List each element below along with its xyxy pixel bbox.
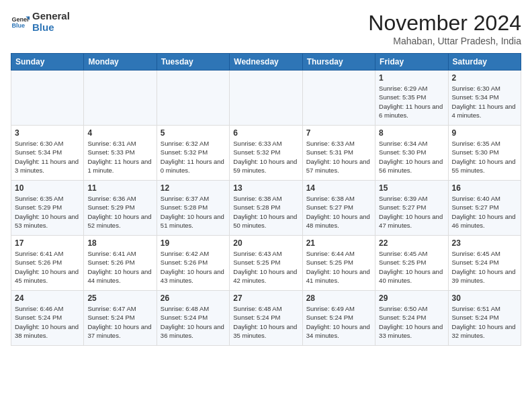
calendar-week-4: 24Sunrise: 6:46 AM Sunset: 5:24 PM Dayli…: [11, 291, 521, 346]
day-number: 14: [306, 183, 371, 193]
calendar-cell: 1Sunrise: 6:29 AM Sunset: 5:35 PM Daylig…: [375, 71, 448, 126]
day-number: 20: [233, 238, 298, 248]
calendar-cell: 21Sunrise: 6:44 AM Sunset: 5:25 PM Dayli…: [302, 236, 375, 291]
day-number: 17: [15, 238, 80, 248]
day-number: 25: [87, 293, 152, 303]
logo-icon: General Blue: [11, 13, 30, 32]
day-number: 8: [379, 128, 444, 138]
calendar-header-thursday: Thursday: [302, 54, 375, 71]
day-number: 12: [161, 183, 226, 193]
day-info: Sunrise: 6:41 AM Sunset: 5:26 PM Dayligh…: [87, 249, 152, 285]
day-info: Sunrise: 6:49 AM Sunset: 5:24 PM Dayligh…: [306, 304, 371, 340]
calendar-header-wednesday: Wednesday: [230, 54, 302, 71]
calendar-week-0: 1Sunrise: 6:29 AM Sunset: 5:35 PM Daylig…: [11, 71, 521, 126]
calendar-cell: 25Sunrise: 6:47 AM Sunset: 5:24 PM Dayli…: [84, 291, 157, 346]
calendar-header-tuesday: Tuesday: [157, 54, 229, 71]
calendar-cell: 9Sunrise: 6:35 AM Sunset: 5:30 PM Daylig…: [448, 126, 521, 181]
month-title: November 2024: [368, 11, 521, 36]
location-subtitle: Mahaban, Uttar Pradesh, India: [368, 36, 521, 46]
day-info: Sunrise: 6:32 AM Sunset: 5:32 PM Dayligh…: [161, 139, 226, 175]
day-number: 13: [233, 183, 298, 193]
day-info: Sunrise: 6:48 AM Sunset: 5:24 PM Dayligh…: [233, 304, 298, 340]
calendar-cell: 6Sunrise: 6:33 AM Sunset: 5:32 PM Daylig…: [230, 126, 302, 181]
calendar-cell: 19Sunrise: 6:42 AM Sunset: 5:26 PM Dayli…: [157, 236, 229, 291]
calendar-cell: 3Sunrise: 6:30 AM Sunset: 5:34 PM Daylig…: [11, 126, 84, 181]
calendar-cell: 4Sunrise: 6:31 AM Sunset: 5:33 PM Daylig…: [84, 126, 157, 181]
calendar-cell: 18Sunrise: 6:41 AM Sunset: 5:26 PM Dayli…: [84, 236, 157, 291]
logo-line2: Blue: [32, 22, 70, 34]
calendar-cell: [230, 71, 302, 126]
calendar-cell: 24Sunrise: 6:46 AM Sunset: 5:24 PM Dayli…: [11, 291, 84, 346]
day-info: Sunrise: 6:45 AM Sunset: 5:24 PM Dayligh…: [452, 249, 517, 285]
day-number: 19: [161, 238, 226, 248]
day-info: Sunrise: 6:29 AM Sunset: 5:35 PM Dayligh…: [379, 84, 444, 120]
day-number: 18: [87, 238, 152, 248]
day-info: Sunrise: 6:46 AM Sunset: 5:24 PM Dayligh…: [15, 304, 80, 340]
day-number: 16: [452, 183, 517, 193]
logo-line1: General: [32, 11, 70, 22]
calendar-cell: [84, 71, 157, 126]
day-number: 23: [452, 238, 517, 248]
calendar-header-saturday: Saturday: [448, 54, 521, 71]
calendar-cell: 17Sunrise: 6:41 AM Sunset: 5:26 PM Dayli…: [11, 236, 84, 291]
day-number: 30: [452, 293, 517, 303]
day-info: Sunrise: 6:43 AM Sunset: 5:25 PM Dayligh…: [233, 249, 298, 285]
day-info: Sunrise: 6:48 AM Sunset: 5:24 PM Dayligh…: [161, 304, 226, 340]
calendar-cell: 12Sunrise: 6:37 AM Sunset: 5:28 PM Dayli…: [157, 181, 229, 236]
day-info: Sunrise: 6:35 AM Sunset: 5:30 PM Dayligh…: [452, 139, 517, 175]
day-number: 1: [379, 73, 444, 83]
calendar-cell: [302, 71, 375, 126]
calendar-cell: 30Sunrise: 6:51 AM Sunset: 5:24 PM Dayli…: [448, 291, 521, 346]
day-number: 7: [306, 128, 371, 138]
calendar-cell: 5Sunrise: 6:32 AM Sunset: 5:32 PM Daylig…: [157, 126, 229, 181]
day-info: Sunrise: 6:37 AM Sunset: 5:28 PM Dayligh…: [161, 194, 226, 230]
calendar-cell: 20Sunrise: 6:43 AM Sunset: 5:25 PM Dayli…: [230, 236, 302, 291]
day-number: 27: [233, 293, 298, 303]
day-info: Sunrise: 6:33 AM Sunset: 5:31 PM Dayligh…: [306, 139, 371, 175]
logo: General Blue General Blue: [11, 11, 70, 33]
day-info: Sunrise: 6:45 AM Sunset: 5:25 PM Dayligh…: [379, 249, 444, 285]
day-info: Sunrise: 6:30 AM Sunset: 5:34 PM Dayligh…: [15, 139, 80, 175]
calendar-cell: [157, 71, 229, 126]
calendar-cell: 15Sunrise: 6:39 AM Sunset: 5:27 PM Dayli…: [375, 181, 448, 236]
calendar-week-2: 10Sunrise: 6:35 AM Sunset: 5:29 PM Dayli…: [11, 181, 521, 236]
day-number: 5: [161, 128, 226, 138]
day-info: Sunrise: 6:33 AM Sunset: 5:32 PM Dayligh…: [233, 139, 298, 175]
day-info: Sunrise: 6:34 AM Sunset: 5:30 PM Dayligh…: [379, 139, 444, 175]
calendar-week-3: 17Sunrise: 6:41 AM Sunset: 5:26 PM Dayli…: [11, 236, 521, 291]
calendar-cell: 8Sunrise: 6:34 AM Sunset: 5:30 PM Daylig…: [375, 126, 448, 181]
day-info: Sunrise: 6:38 AM Sunset: 5:28 PM Dayligh…: [233, 194, 298, 230]
calendar-cell: 29Sunrise: 6:50 AM Sunset: 5:24 PM Dayli…: [375, 291, 448, 346]
day-number: 9: [452, 128, 517, 138]
day-number: 21: [306, 238, 371, 248]
day-info: Sunrise: 6:30 AM Sunset: 5:34 PM Dayligh…: [452, 84, 517, 120]
day-info: Sunrise: 6:42 AM Sunset: 5:26 PM Dayligh…: [161, 249, 226, 285]
day-number: 6: [233, 128, 298, 138]
calendar-cell: 11Sunrise: 6:36 AM Sunset: 5:29 PM Dayli…: [84, 181, 157, 236]
calendar-cell: 16Sunrise: 6:40 AM Sunset: 5:27 PM Dayli…: [448, 181, 521, 236]
calendar-cell: 22Sunrise: 6:45 AM Sunset: 5:25 PM Dayli…: [375, 236, 448, 291]
day-info: Sunrise: 6:40 AM Sunset: 5:27 PM Dayligh…: [452, 194, 517, 230]
day-number: 29: [379, 293, 444, 303]
day-number: 28: [306, 293, 371, 303]
day-number: 3: [15, 128, 80, 138]
day-number: 22: [379, 238, 444, 248]
day-info: Sunrise: 6:36 AM Sunset: 5:29 PM Dayligh…: [87, 194, 152, 230]
page-header: General Blue General Blue November 2024 …: [11, 11, 521, 46]
calendar-header-friday: Friday: [375, 54, 448, 71]
day-info: Sunrise: 6:51 AM Sunset: 5:24 PM Dayligh…: [452, 304, 517, 340]
calendar-cell: 23Sunrise: 6:45 AM Sunset: 5:24 PM Dayli…: [448, 236, 521, 291]
day-info: Sunrise: 6:44 AM Sunset: 5:25 PM Dayligh…: [306, 249, 371, 285]
calendar-header-sunday: Sunday: [11, 54, 84, 71]
calendar-cell: 10Sunrise: 6:35 AM Sunset: 5:29 PM Dayli…: [11, 181, 84, 236]
svg-text:Blue: Blue: [11, 22, 25, 29]
calendar-cell: 14Sunrise: 6:38 AM Sunset: 5:27 PM Dayli…: [302, 181, 375, 236]
day-info: Sunrise: 6:31 AM Sunset: 5:33 PM Dayligh…: [87, 139, 152, 175]
calendar-week-1: 3Sunrise: 6:30 AM Sunset: 5:34 PM Daylig…: [11, 126, 521, 181]
calendar-header-row: SundayMondayTuesdayWednesdayThursdayFrid…: [11, 54, 521, 71]
day-number: 2: [452, 73, 517, 83]
calendar-cell: [11, 71, 84, 126]
calendar-table: SundayMondayTuesdayWednesdayThursdayFrid…: [11, 53, 521, 346]
title-block: November 2024 Mahaban, Uttar Pradesh, In…: [368, 11, 521, 46]
day-number: 15: [379, 183, 444, 193]
